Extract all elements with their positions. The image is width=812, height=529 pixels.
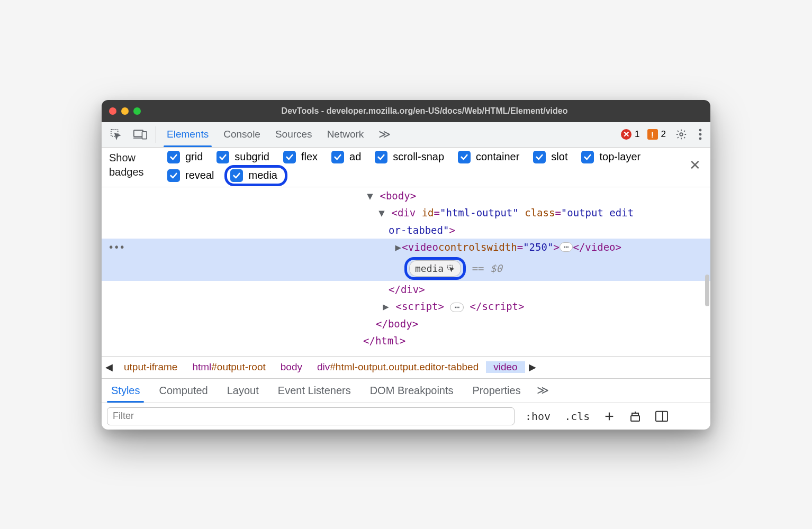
- breadcrumb-scroll-right-icon[interactable]: ▶: [525, 361, 540, 373]
- dom-body-close[interactable]: </body>: [376, 318, 418, 330]
- dom-breadcrumb: ◀ utput-iframe html#output-root body div…: [102, 357, 710, 379]
- styles-filter-row: :hov .cls: [102, 403, 710, 430]
- new-style-rule-icon[interactable]: [600, 411, 618, 422]
- zoom-window-button[interactable]: [133, 107, 141, 115]
- svg-point-5: [699, 129, 702, 132]
- gutter-dots-icon[interactable]: •••: [102, 240, 124, 255]
- badge-checkbox-media[interactable]: media: [224, 165, 287, 186]
- settings-icon[interactable]: [670, 122, 692, 147]
- breadcrumb-item[interactable]: utput-iframe: [116, 361, 185, 373]
- dom-video-element[interactable]: <video: [402, 240, 438, 255]
- titlebar: DevTools - developer.mozilla.org/en-US/d…: [102, 100, 710, 122]
- subtab-layout[interactable]: Layout: [218, 379, 268, 403]
- badge-grid: gridsubgridflexadscroll-snapcontainerslo…: [167, 151, 654, 184]
- styles-filter-input[interactable]: [107, 407, 515, 425]
- error-count: 1: [635, 129, 639, 140]
- checkbox-checked-icon: [375, 151, 387, 163]
- badge-checkbox-flex[interactable]: flex: [283, 151, 318, 163]
- dom-div-close[interactable]: </div>: [389, 284, 425, 295]
- tab-network[interactable]: Network: [320, 122, 372, 147]
- toolbar-separator: [156, 126, 156, 143]
- badge-checkbox-reveal[interactable]: reveal: [167, 169, 214, 182]
- warning-icon: !: [647, 129, 658, 140]
- expand-arrow-icon[interactable]: ▶: [382, 299, 390, 314]
- dom-body-open[interactable]: <body>: [380, 190, 416, 202]
- ellipsis-pill-icon[interactable]: ⋯: [560, 242, 573, 252]
- badge-label: container: [476, 151, 519, 163]
- expand-arrow-icon[interactable]: ▶: [394, 240, 402, 255]
- more-tabs-icon[interactable]: ≫: [372, 122, 397, 147]
- equals-text: ==: [472, 262, 484, 274]
- subtab-computed[interactable]: Computed: [149, 379, 217, 403]
- paint-flashing-icon[interactable]: [626, 410, 645, 423]
- warning-count: 2: [661, 129, 666, 140]
- styles-subtabs: Styles Computed Layout Event Listeners D…: [102, 379, 710, 403]
- ellipsis-pill-icon[interactable]: ⋯: [450, 303, 464, 312]
- svg-rect-3: [142, 132, 147, 139]
- hov-button[interactable]: :hov: [522, 410, 554, 423]
- media-badge[interactable]: media: [409, 260, 461, 277]
- subtabs-more-icon[interactable]: ≫: [530, 379, 555, 403]
- error-counter[interactable]: ✕ 1: [618, 122, 643, 147]
- checkbox-checked-icon: [458, 151, 471, 163]
- badge-checkbox-subgrid[interactable]: subgrid: [216, 151, 269, 163]
- dollar-zero: $0: [490, 262, 502, 274]
- badge-settings-row: Show badges gridsubgridflexadscroll-snap…: [102, 148, 710, 187]
- breadcrumb-item-active[interactable]: video: [486, 361, 525, 373]
- badge-checkbox-container[interactable]: container: [458, 151, 519, 163]
- expand-arrow-icon[interactable]: ▼: [378, 205, 385, 221]
- badge-checkbox-ad[interactable]: ad: [331, 151, 361, 163]
- close-icon[interactable]: ✕: [689, 157, 701, 174]
- tab-sources[interactable]: Sources: [268, 122, 320, 147]
- subtab-event-listeners[interactable]: Event Listeners: [268, 379, 360, 403]
- badge-label: ad: [349, 151, 361, 163]
- warning-counter[interactable]: ! 2: [644, 122, 669, 147]
- badge-label: scroll-snap: [393, 151, 444, 163]
- scrollbar-thumb[interactable]: [705, 275, 709, 306]
- checkbox-checked-icon: [283, 151, 296, 163]
- kebab-menu-icon[interactable]: [693, 122, 707, 147]
- subtab-dom-breakpoints[interactable]: DOM Breakpoints: [360, 379, 463, 403]
- checkbox-checked-icon: [216, 151, 229, 163]
- inspect-element-icon[interactable]: [105, 122, 127, 147]
- dom-script[interactable]: <script>: [395, 300, 444, 312]
- dom-tree-panel[interactable]: ▼ <body> ▼ <div id="html-output" class="…: [102, 187, 710, 357]
- svg-rect-11: [631, 416, 639, 421]
- svg-rect-13: [656, 411, 667, 421]
- badge-label: flex: [301, 151, 318, 163]
- expand-arrow-icon[interactable]: ▼: [366, 188, 374, 204]
- breadcrumb-scroll-left-icon[interactable]: ◀: [102, 361, 116, 373]
- media-badge-highlight: media: [404, 257, 466, 280]
- main-toolbar: Elements Console Sources Network ≫ ✕ 1 !…: [102, 122, 710, 148]
- badge-checkbox-slot[interactable]: slot: [533, 151, 567, 163]
- device-toolbar-icon[interactable]: [128, 122, 152, 147]
- computed-toggle-icon[interactable]: [652, 411, 671, 422]
- badge-label: media: [248, 169, 277, 181]
- subtab-properties[interactable]: Properties: [463, 379, 530, 403]
- traffic-lights: [109, 107, 141, 115]
- checkbox-checked-icon: [167, 169, 180, 182]
- badge-label: subgrid: [234, 151, 269, 163]
- window-title: DevTools - developer.mozilla.org/en-US/d…: [146, 106, 703, 116]
- svg-point-7: [699, 138, 702, 140]
- badge-label: slot: [551, 151, 567, 163]
- dom-html-close[interactable]: </html>: [363, 335, 405, 346]
- badge-checkbox-grid[interactable]: grid: [167, 151, 203, 163]
- tab-console[interactable]: Console: [216, 122, 268, 147]
- tab-elements[interactable]: Elements: [159, 122, 216, 147]
- error-icon: ✕: [621, 129, 631, 140]
- checkbox-checked-icon: [230, 169, 243, 182]
- breadcrumb-item[interactable]: body: [273, 361, 310, 373]
- badge-checkbox-scroll-snap[interactable]: scroll-snap: [375, 151, 444, 163]
- close-window-button[interactable]: [109, 107, 116, 115]
- breadcrumb-item[interactable]: div#html-output.output.editor-tabbed: [310, 361, 486, 373]
- cls-button[interactable]: .cls: [561, 410, 593, 423]
- svg-point-4: [680, 133, 683, 136]
- breadcrumb-item[interactable]: html#output-root: [185, 361, 273, 373]
- panel-tabs: Elements Console Sources Network: [159, 122, 371, 147]
- minimize-window-button[interactable]: [121, 107, 129, 115]
- subtab-styles[interactable]: Styles: [102, 379, 149, 403]
- badge-label: reveal: [185, 169, 214, 181]
- badge-checkbox-top-layer[interactable]: top-layer: [581, 151, 640, 163]
- devtools-window: DevTools - developer.mozilla.org/en-US/d…: [102, 100, 710, 430]
